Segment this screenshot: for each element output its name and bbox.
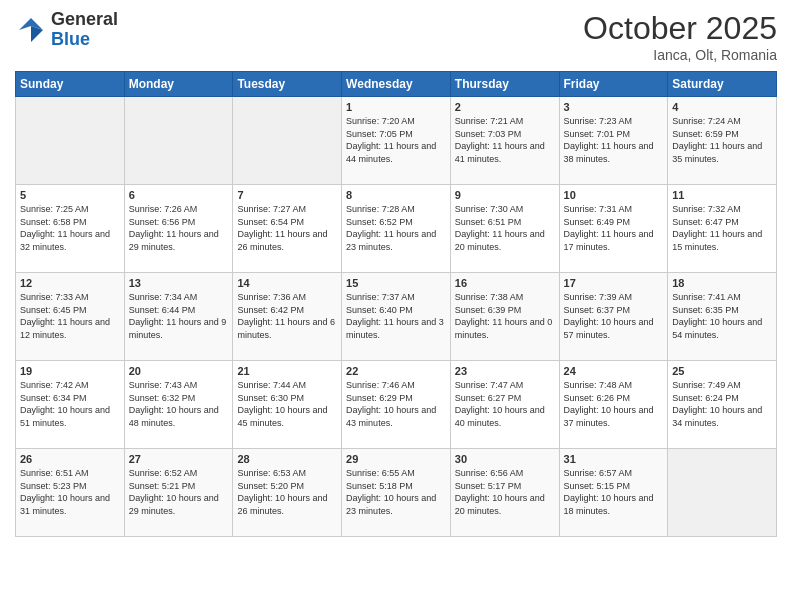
weekday-header-thursday: Thursday: [450, 72, 559, 97]
calendar-cell: 24Sunrise: 7:48 AM Sunset: 6:26 PM Dayli…: [559, 361, 668, 449]
day-number: 26: [20, 453, 120, 465]
logo-text: General Blue: [51, 10, 118, 50]
calendar-week-row: 19Sunrise: 7:42 AM Sunset: 6:34 PM Dayli…: [16, 361, 777, 449]
weekday-header-friday: Friday: [559, 72, 668, 97]
weekday-header-sunday: Sunday: [16, 72, 125, 97]
day-number: 12: [20, 277, 120, 289]
day-info: Sunrise: 7:41 AM Sunset: 6:35 PM Dayligh…: [672, 291, 772, 341]
day-number: 1: [346, 101, 446, 113]
calendar-cell: 5Sunrise: 7:25 AM Sunset: 6:58 PM Daylig…: [16, 185, 125, 273]
calendar-cell: [124, 97, 233, 185]
calendar-cell: 29Sunrise: 6:55 AM Sunset: 5:18 PM Dayli…: [342, 449, 451, 537]
calendar-cell: 26Sunrise: 6:51 AM Sunset: 5:23 PM Dayli…: [16, 449, 125, 537]
calendar-cell: 16Sunrise: 7:38 AM Sunset: 6:39 PM Dayli…: [450, 273, 559, 361]
weekday-header-wednesday: Wednesday: [342, 72, 451, 97]
day-info: Sunrise: 6:53 AM Sunset: 5:20 PM Dayligh…: [237, 467, 337, 517]
day-number: 28: [237, 453, 337, 465]
day-info: Sunrise: 6:51 AM Sunset: 5:23 PM Dayligh…: [20, 467, 120, 517]
calendar-cell: 28Sunrise: 6:53 AM Sunset: 5:20 PM Dayli…: [233, 449, 342, 537]
day-number: 17: [564, 277, 664, 289]
calendar-cell: 31Sunrise: 6:57 AM Sunset: 5:15 PM Dayli…: [559, 449, 668, 537]
logo: General Blue: [15, 10, 118, 50]
calendar-cell: 11Sunrise: 7:32 AM Sunset: 6:47 PM Dayli…: [668, 185, 777, 273]
calendar-table: SundayMondayTuesdayWednesdayThursdayFrid…: [15, 71, 777, 537]
day-number: 29: [346, 453, 446, 465]
calendar-cell: [233, 97, 342, 185]
day-info: Sunrise: 6:55 AM Sunset: 5:18 PM Dayligh…: [346, 467, 446, 517]
day-info: Sunrise: 6:56 AM Sunset: 5:17 PM Dayligh…: [455, 467, 555, 517]
day-number: 7: [237, 189, 337, 201]
calendar-week-row: 1Sunrise: 7:20 AM Sunset: 7:05 PM Daylig…: [16, 97, 777, 185]
calendar-cell: 20Sunrise: 7:43 AM Sunset: 6:32 PM Dayli…: [124, 361, 233, 449]
day-number: 9: [455, 189, 555, 201]
day-info: Sunrise: 7:49 AM Sunset: 6:24 PM Dayligh…: [672, 379, 772, 429]
day-number: 24: [564, 365, 664, 377]
logo-icon: [15, 14, 47, 46]
day-info: Sunrise: 7:46 AM Sunset: 6:29 PM Dayligh…: [346, 379, 446, 429]
calendar-cell: 14Sunrise: 7:36 AM Sunset: 6:42 PM Dayli…: [233, 273, 342, 361]
day-info: Sunrise: 7:24 AM Sunset: 6:59 PM Dayligh…: [672, 115, 772, 165]
weekday-header-tuesday: Tuesday: [233, 72, 342, 97]
calendar-cell: 7Sunrise: 7:27 AM Sunset: 6:54 PM Daylig…: [233, 185, 342, 273]
calendar-cell: 2Sunrise: 7:21 AM Sunset: 7:03 PM Daylig…: [450, 97, 559, 185]
location-subtitle: Ianca, Olt, Romania: [583, 47, 777, 63]
calendar-cell: 17Sunrise: 7:39 AM Sunset: 6:37 PM Dayli…: [559, 273, 668, 361]
month-title: October 2025: [583, 10, 777, 47]
calendar-cell: 4Sunrise: 7:24 AM Sunset: 6:59 PM Daylig…: [668, 97, 777, 185]
day-number: 4: [672, 101, 772, 113]
day-info: Sunrise: 7:31 AM Sunset: 6:49 PM Dayligh…: [564, 203, 664, 253]
page-container: General Blue October 2025 Ianca, Olt, Ro…: [0, 0, 792, 547]
day-number: 16: [455, 277, 555, 289]
day-info: Sunrise: 7:37 AM Sunset: 6:40 PM Dayligh…: [346, 291, 446, 341]
calendar-cell: 27Sunrise: 6:52 AM Sunset: 5:21 PM Dayli…: [124, 449, 233, 537]
day-info: Sunrise: 7:27 AM Sunset: 6:54 PM Dayligh…: [237, 203, 337, 253]
day-number: 11: [672, 189, 772, 201]
day-info: Sunrise: 7:21 AM Sunset: 7:03 PM Dayligh…: [455, 115, 555, 165]
day-info: Sunrise: 7:26 AM Sunset: 6:56 PM Dayligh…: [129, 203, 229, 253]
day-info: Sunrise: 7:28 AM Sunset: 6:52 PM Dayligh…: [346, 203, 446, 253]
calendar-cell: 9Sunrise: 7:30 AM Sunset: 6:51 PM Daylig…: [450, 185, 559, 273]
day-info: Sunrise: 7:43 AM Sunset: 6:32 PM Dayligh…: [129, 379, 229, 429]
day-info: Sunrise: 7:48 AM Sunset: 6:26 PM Dayligh…: [564, 379, 664, 429]
day-number: 31: [564, 453, 664, 465]
day-info: Sunrise: 7:47 AM Sunset: 6:27 PM Dayligh…: [455, 379, 555, 429]
header: General Blue October 2025 Ianca, Olt, Ro…: [15, 10, 777, 63]
day-number: 30: [455, 453, 555, 465]
day-info: Sunrise: 7:36 AM Sunset: 6:42 PM Dayligh…: [237, 291, 337, 341]
weekday-header-saturday: Saturday: [668, 72, 777, 97]
calendar-cell: [16, 97, 125, 185]
logo-blue: Blue: [51, 29, 90, 49]
day-info: Sunrise: 7:44 AM Sunset: 6:30 PM Dayligh…: [237, 379, 337, 429]
day-number: 14: [237, 277, 337, 289]
calendar-cell: 21Sunrise: 7:44 AM Sunset: 6:30 PM Dayli…: [233, 361, 342, 449]
calendar-cell: 10Sunrise: 7:31 AM Sunset: 6:49 PM Dayli…: [559, 185, 668, 273]
day-number: 18: [672, 277, 772, 289]
day-number: 20: [129, 365, 229, 377]
day-info: Sunrise: 6:52 AM Sunset: 5:21 PM Dayligh…: [129, 467, 229, 517]
day-number: 2: [455, 101, 555, 113]
calendar-cell: 19Sunrise: 7:42 AM Sunset: 6:34 PM Dayli…: [16, 361, 125, 449]
day-info: Sunrise: 7:42 AM Sunset: 6:34 PM Dayligh…: [20, 379, 120, 429]
title-block: October 2025 Ianca, Olt, Romania: [583, 10, 777, 63]
calendar-week-row: 26Sunrise: 6:51 AM Sunset: 5:23 PM Dayli…: [16, 449, 777, 537]
logo-general: General: [51, 9, 118, 29]
day-number: 8: [346, 189, 446, 201]
day-info: Sunrise: 7:33 AM Sunset: 6:45 PM Dayligh…: [20, 291, 120, 341]
calendar-cell: 8Sunrise: 7:28 AM Sunset: 6:52 PM Daylig…: [342, 185, 451, 273]
calendar-cell: 1Sunrise: 7:20 AM Sunset: 7:05 PM Daylig…: [342, 97, 451, 185]
calendar-cell: 23Sunrise: 7:47 AM Sunset: 6:27 PM Dayli…: [450, 361, 559, 449]
day-number: 10: [564, 189, 664, 201]
day-info: Sunrise: 7:20 AM Sunset: 7:05 PM Dayligh…: [346, 115, 446, 165]
day-info: Sunrise: 7:23 AM Sunset: 7:01 PM Dayligh…: [564, 115, 664, 165]
weekday-header-row: SundayMondayTuesdayWednesdayThursdayFrid…: [16, 72, 777, 97]
calendar-cell: 6Sunrise: 7:26 AM Sunset: 6:56 PM Daylig…: [124, 185, 233, 273]
calendar-cell: [668, 449, 777, 537]
calendar-week-row: 5Sunrise: 7:25 AM Sunset: 6:58 PM Daylig…: [16, 185, 777, 273]
day-number: 6: [129, 189, 229, 201]
day-info: Sunrise: 7:39 AM Sunset: 6:37 PM Dayligh…: [564, 291, 664, 341]
calendar-cell: 22Sunrise: 7:46 AM Sunset: 6:29 PM Dayli…: [342, 361, 451, 449]
day-number: 22: [346, 365, 446, 377]
calendar-cell: 30Sunrise: 6:56 AM Sunset: 5:17 PM Dayli…: [450, 449, 559, 537]
calendar-cell: 15Sunrise: 7:37 AM Sunset: 6:40 PM Dayli…: [342, 273, 451, 361]
day-number: 5: [20, 189, 120, 201]
